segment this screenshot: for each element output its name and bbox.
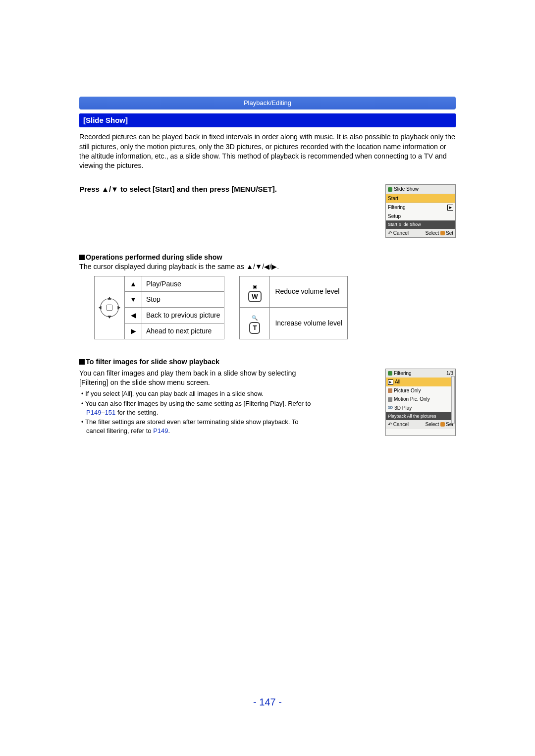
operations-heading: Operations performed during slide show [79,253,456,262]
action-reduce-volume: Reduce volume level [270,276,347,307]
menu-status-bar: Start Slide Show [386,220,455,228]
filter-heading: To filter images for slide show playback [79,357,456,367]
motion-icon [388,397,392,402]
intro-paragraph: Recorded pictures can be played back in … [79,132,456,170]
wide-icon: ▣ [253,284,257,289]
dpad-action-table: ▲Play/Pause ▼Stop ◀Back to previous pict… [124,276,224,339]
3d-icon: 3D [388,405,393,411]
filter-paragraph: You can filter images and play them back… [79,369,312,388]
svg-rect-1 [107,305,112,311]
page-number: - 147 - [0,696,535,709]
svg-marker-4 [99,306,102,310]
picture-icon [388,388,392,393]
action-prev: Back to previous picture [142,308,224,324]
w-key: W [248,291,261,303]
bullet-square-icon [79,255,85,260]
magnifier-icon: 🔍 [252,315,258,321]
arrow-up-icon: ▲ [125,276,142,292]
slide-show-icon [388,187,392,192]
menu-select: Select Set [425,230,453,237]
instruction-line: Press ▲/▼ to select [Start] and then pre… [79,184,277,194]
action-play-pause: Play/Pause [142,276,224,292]
action-stop: Stop [142,292,224,308]
menu-title: Slide Show [394,186,419,193]
menu-item-setup: Setup [388,213,401,220]
filter-menu-title: Filtering [394,371,412,376]
arrow-left-icon: ◀ [125,308,142,324]
filter-item-3d: 3D Play [394,405,412,412]
bullet-same-setting: You can also filter images by using the … [79,399,312,417]
section-title: [Slide Show] [79,113,456,127]
svg-marker-5 [117,306,120,310]
link-151[interactable]: 151 [105,409,116,416]
t-key: T [249,322,260,334]
menu-cancel: ↶ Cancel [388,230,409,237]
action-next: Ahead to next picture [142,323,224,339]
filter-item-all: All [395,378,400,385]
dpad-icon [98,296,121,320]
playback-icon: ▶ [388,379,393,385]
play-icon: ▶ [447,205,453,211]
filter-icon [388,371,392,376]
operations-description: The cursor displayed during playback is … [79,262,456,271]
svg-rect-0 [101,298,118,316]
menu-item-filtering: Filtering [388,204,406,211]
filter-cancel: ↶ Cancel [388,421,409,428]
filter-status-bar: Playback All the pictures [386,412,455,420]
action-increase-volume: Increase volume level [270,308,347,339]
menu-item-start: Start [386,194,455,204]
zoom-action-table: ▣ W Reduce volume level 🔍 T Increase vol… [239,276,347,339]
menu-scrollbar [451,376,455,424]
dpad-diagram [94,276,124,339]
filtering-menu-screenshot: Filtering 1/3 ▶ All Picture Only Motion … [385,369,456,436]
slide-show-menu-screenshot: Slide Show Start Filtering ▶ Setup Start… [385,184,456,238]
filter-bullet-list: If you select [All], you can play back a… [79,389,312,435]
manual-page: Playback/Editing [Slide Show] Recorded p… [0,0,535,756]
filter-item-motion: Motion Pic. Only [394,396,430,403]
arrow-right-icon: ▶ [125,323,142,339]
filter-item-picture: Picture Only [394,387,421,394]
bullet-all: If you select [All], you can play back a… [79,389,312,398]
zoom-w-cell: ▣ W [240,276,270,307]
link-p149b[interactable]: P149 [153,427,168,434]
zoom-t-cell: 🔍 T [240,308,270,339]
bullet-square-icon [79,359,85,365]
breadcrumb: Playback/Editing [79,97,456,109]
bullet-stored: The filter settings are stored even afte… [79,418,312,435]
svg-marker-3 [107,316,111,319]
svg-marker-2 [107,297,111,300]
arrow-down-icon: ▼ [125,292,142,308]
filter-select: Select Set [425,421,453,428]
link-p149[interactable]: P149 [86,409,101,416]
